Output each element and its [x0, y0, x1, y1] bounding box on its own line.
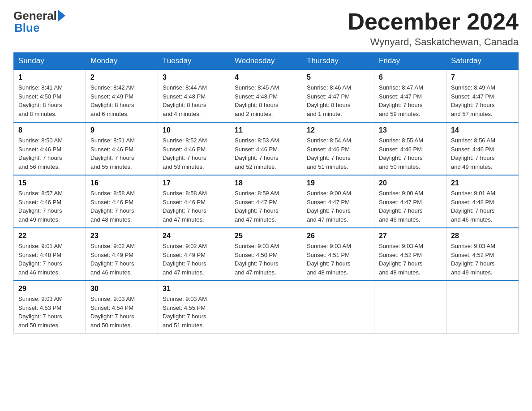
logo-arrow-icon	[58, 10, 65, 21]
day-number: 26	[307, 232, 369, 240]
header-thursday: Thursday	[302, 53, 374, 70]
daylight-text: Daylight: 8 hours	[18, 102, 62, 108]
location-text: Wynyard, Saskatchewan, Canada	[348, 36, 519, 48]
day-cell-14: 14 Sunrise: 8:56 AM Sunset: 4:46 PM Dayl…	[446, 122, 519, 175]
day-number: 3	[163, 73, 225, 81]
day-number: 12	[307, 126, 369, 134]
daylight-text2: and 50 minutes.	[90, 322, 132, 329]
daylight-text2: and 51 minutes.	[307, 163, 348, 170]
day-info: Sunrise: 8:59 AM Sunset: 4:47 PM Dayligh…	[235, 189, 297, 224]
day-number: 6	[379, 73, 442, 81]
daylight-text: Daylight: 8 hours	[90, 102, 134, 108]
day-info: Sunrise: 9:02 AM Sunset: 4:49 PM Dayligh…	[90, 242, 153, 277]
daylight-text: Daylight: 7 hours	[90, 260, 134, 267]
daylight-text2: and 48 minutes.	[307, 269, 348, 276]
sunset-text: Sunset: 4:48 PM	[18, 252, 61, 258]
day-number: 15	[18, 179, 81, 187]
daylight-text2: and 59 minutes.	[379, 111, 420, 117]
logo-blue-text: Blue	[14, 21, 39, 35]
header-tuesday: Tuesday	[158, 53, 230, 70]
day-cell-12: 12 Sunrise: 8:54 AM Sunset: 4:46 PM Dayl…	[302, 122, 374, 175]
daylight-text: Daylight: 7 hours	[379, 207, 423, 214]
day-cell-19: 19 Sunrise: 9:00 AM Sunset: 4:47 PM Dayl…	[302, 175, 374, 228]
sunset-text: Sunset: 4:47 PM	[307, 199, 350, 206]
sunset-text: Sunset: 4:46 PM	[307, 146, 350, 153]
daylight-text: Daylight: 7 hours	[379, 102, 423, 108]
page-header: General Blue December 2024 Wynyard, Sask…	[13, 9, 519, 48]
sunrise-text: Sunrise: 8:58 AM	[163, 190, 207, 197]
sunrise-text: Sunrise: 8:53 AM	[235, 137, 279, 144]
calendar-table: SundayMondayTuesdayWednesdayThursdayFrid…	[13, 52, 519, 334]
daylight-text2: and 48 minutes.	[379, 269, 420, 276]
daylight-text2: and 51 minutes.	[163, 322, 204, 329]
sunrise-text: Sunrise: 8:50 AM	[18, 137, 63, 144]
header-wednesday: Wednesday	[230, 53, 302, 70]
daylight-text: Daylight: 7 hours	[90, 313, 134, 320]
sunset-text: Sunset: 4:46 PM	[90, 199, 133, 206]
day-cell-15: 15 Sunrise: 8:57 AM Sunset: 4:46 PM Dayl…	[14, 175, 86, 228]
day-cell-2: 2 Sunrise: 8:42 AM Sunset: 4:49 PM Dayli…	[86, 69, 158, 122]
sunset-text: Sunset: 4:54 PM	[90, 304, 133, 311]
sunset-text: Sunset: 4:46 PM	[163, 146, 206, 153]
day-info: Sunrise: 8:47 AM Sunset: 4:47 PM Dayligh…	[379, 83, 442, 118]
day-cell-20: 20 Sunrise: 9:00 AM Sunset: 4:47 PM Dayl…	[374, 175, 446, 228]
sunrise-text: Sunrise: 8:56 AM	[451, 137, 495, 144]
day-info: Sunrise: 9:03 AM Sunset: 4:55 PM Dayligh…	[163, 295, 225, 330]
daylight-text2: and 8 minutes.	[18, 111, 56, 117]
day-info: Sunrise: 8:51 AM Sunset: 4:46 PM Dayligh…	[90, 136, 153, 171]
sunset-text: Sunset: 4:55 PM	[163, 304, 206, 311]
day-cell-17: 17 Sunrise: 8:58 AM Sunset: 4:46 PM Dayl…	[158, 175, 230, 228]
logo: General Blue	[13, 9, 65, 35]
day-info: Sunrise: 8:49 AM Sunset: 4:47 PM Dayligh…	[451, 83, 514, 118]
sunrise-text: Sunrise: 9:03 AM	[379, 243, 423, 249]
daylight-text: Daylight: 7 hours	[18, 207, 62, 214]
sunset-text: Sunset: 4:46 PM	[451, 146, 494, 153]
sunrise-text: Sunrise: 8:59 AM	[235, 190, 279, 197]
sunrise-text: Sunrise: 8:51 AM	[90, 137, 135, 144]
day-info: Sunrise: 8:41 AM Sunset: 4:50 PM Dayligh…	[18, 83, 81, 118]
daylight-text2: and 47 minutes.	[235, 269, 276, 276]
sunrise-text: Sunrise: 8:47 AM	[379, 84, 423, 91]
week-row-1: 1 Sunrise: 8:41 AM Sunset: 4:50 PM Dayli…	[14, 69, 519, 122]
day-number: 17	[163, 179, 225, 187]
day-number: 22	[18, 232, 81, 240]
empty-cell-4-4	[302, 281, 374, 334]
day-info: Sunrise: 9:01 AM Sunset: 4:48 PM Dayligh…	[451, 189, 514, 224]
sunrise-text: Sunrise: 9:00 AM	[379, 190, 423, 197]
day-number: 21	[451, 179, 514, 187]
day-info: Sunrise: 8:53 AM Sunset: 4:46 PM Dayligh…	[235, 136, 297, 171]
daylight-text2: and 2 minutes.	[235, 111, 273, 117]
sunrise-text: Sunrise: 8:58 AM	[90, 190, 135, 197]
daylight-text: Daylight: 7 hours	[163, 207, 206, 214]
day-cell-18: 18 Sunrise: 8:59 AM Sunset: 4:47 PM Dayl…	[230, 175, 302, 228]
daylight-text2: and 46 minutes.	[451, 216, 493, 223]
day-cell-6: 6 Sunrise: 8:47 AM Sunset: 4:47 PM Dayli…	[374, 69, 446, 122]
day-number: 4	[235, 73, 297, 81]
day-number: 2	[90, 73, 153, 81]
daylight-text: Daylight: 7 hours	[307, 154, 351, 161]
daylight-text: Daylight: 7 hours	[235, 260, 279, 267]
day-number: 24	[163, 232, 225, 240]
daylight-text2: and 55 minutes.	[90, 163, 132, 170]
sunrise-text: Sunrise: 8:44 AM	[163, 84, 207, 91]
day-info: Sunrise: 8:58 AM Sunset: 4:46 PM Dayligh…	[163, 189, 225, 224]
day-info: Sunrise: 9:03 AM Sunset: 4:54 PM Dayligh…	[90, 295, 153, 330]
daylight-text2: and 46 minutes.	[90, 269, 132, 276]
week-row-5: 29 Sunrise: 9:03 AM Sunset: 4:53 PM Dayl…	[14, 281, 519, 334]
daylight-text: Daylight: 7 hours	[235, 207, 279, 214]
daylight-text: Daylight: 8 hours	[163, 102, 206, 108]
day-number: 31	[163, 285, 225, 293]
daylight-text: Daylight: 7 hours	[90, 154, 134, 161]
daylight-text: Daylight: 8 hours	[307, 102, 351, 108]
sunrise-text: Sunrise: 9:00 AM	[307, 190, 351, 197]
sunset-text: Sunset: 4:46 PM	[163, 199, 206, 206]
daylight-text: Daylight: 7 hours	[18, 154, 62, 161]
daylight-text2: and 47 minutes.	[235, 216, 276, 223]
day-number: 1	[18, 73, 81, 81]
day-cell-4: 4 Sunrise: 8:45 AM Sunset: 4:48 PM Dayli…	[230, 69, 302, 122]
daylight-text: Daylight: 7 hours	[379, 154, 423, 161]
daylight-text2: and 49 minutes.	[18, 216, 60, 223]
daylight-text: Daylight: 7 hours	[451, 260, 495, 267]
day-info: Sunrise: 9:00 AM Sunset: 4:47 PM Dayligh…	[307, 189, 369, 224]
day-info: Sunrise: 8:55 AM Sunset: 4:46 PM Dayligh…	[379, 136, 442, 171]
